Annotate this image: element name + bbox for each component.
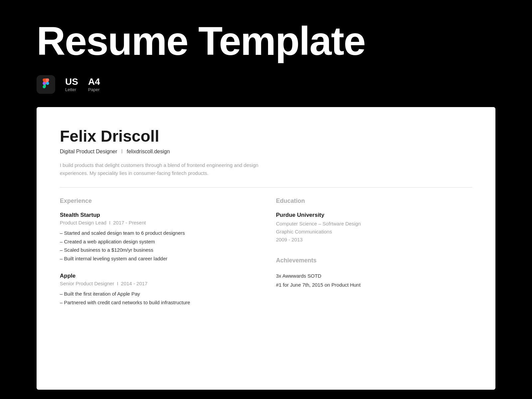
resume-divider (60, 187, 472, 188)
job-sep-1: I (117, 281, 118, 286)
svg-rect-3 (43, 82, 46, 85)
job-bullets-1: Built the first iteration of Apple Pay P… (60, 290, 256, 307)
page-title: Resume Template (37, 20, 495, 62)
subtitle-separator: I (121, 149, 123, 155)
svg-rect-4 (43, 85, 46, 88)
svg-point-5 (46, 82, 49, 85)
bullet-1-0: Built the first iteration of Apple Pay (60, 290, 256, 298)
bullet-0-3: Built internal leveling system and caree… (60, 254, 256, 263)
achievement-1: #1 for June 7th, 2015 on Product Hunt (276, 280, 472, 289)
experience-title: Experience (60, 198, 256, 204)
job-period-0: 2017 - Present (113, 220, 146, 225)
resume-two-col: Experience Stealth Startup Product Desig… (60, 198, 472, 317)
svg-rect-1 (43, 78, 46, 81)
resume-card: Felix Driscoll Digital Product Designer … (37, 107, 495, 390)
achievement-0: 3x Awwwards SOTD (276, 271, 472, 280)
job-bullets-0: Started and scaled design team to 6 prod… (60, 229, 256, 263)
job-period-1: 2014 - 2017 (121, 281, 148, 286)
resume-website: felixdriscoll.design (127, 149, 170, 155)
job-role-1: Senior Product Designer (60, 281, 114, 286)
bullet-0-0: Started and scaled design team to 6 prod… (60, 229, 256, 237)
bullet-0-1: Created a web application design system (60, 237, 256, 246)
edu-school-0: Purdue University (276, 212, 472, 218)
format-us-sub: Letter (65, 87, 76, 92)
format-us-label: US (65, 77, 78, 86)
resume-bio: I build products that delight customers … (60, 161, 286, 177)
resume-subtitle: Digital Product Designer I felixdriscoll… (60, 149, 472, 155)
format-a4-label: A4 (88, 77, 100, 86)
job-role-0: Product Design Lead (60, 220, 106, 225)
format-bar: US Letter A4 Paper (37, 75, 495, 94)
achievements-title: Achievements (276, 257, 472, 264)
edu-field-0-1: Graphic Communications (276, 228, 472, 236)
job-meta-1: Senior Product Designer I 2014 - 2017 (60, 281, 256, 286)
svg-rect-2 (46, 78, 49, 81)
bullet-1-1: Partnered with credit card networks to b… (60, 298, 256, 307)
figma-icon (37, 75, 55, 94)
resume-name: Felix Driscoll (60, 127, 472, 145)
bullet-0-2: Scaled business to a $120m/yr business (60, 246, 256, 254)
job-meta-0: Product Design Lead I 2017 - Present (60, 220, 256, 225)
achievements-section: Achievements 3x Awwwards SOTD #1 for Jun… (276, 257, 472, 289)
experience-col: Experience Stealth Startup Product Desig… (60, 198, 256, 317)
education-col: Education Purdue University Computer Sci… (276, 198, 472, 317)
job-sep-0: I (109, 220, 110, 225)
job-company-0: Stealth Startup (60, 212, 256, 218)
edu-field-0-0: Computer Science – Sofrtware Design (276, 220, 472, 228)
resume-role: Digital Product Designer (60, 149, 117, 155)
edu-years-0: 2009 - 2013 (276, 236, 472, 244)
format-us[interactable]: US Letter (65, 77, 78, 92)
format-a4-sub: Paper (88, 87, 100, 92)
format-a4[interactable]: A4 Paper (88, 77, 100, 92)
education-title: Education (276, 198, 472, 204)
job-company-1: Apple (60, 273, 256, 279)
